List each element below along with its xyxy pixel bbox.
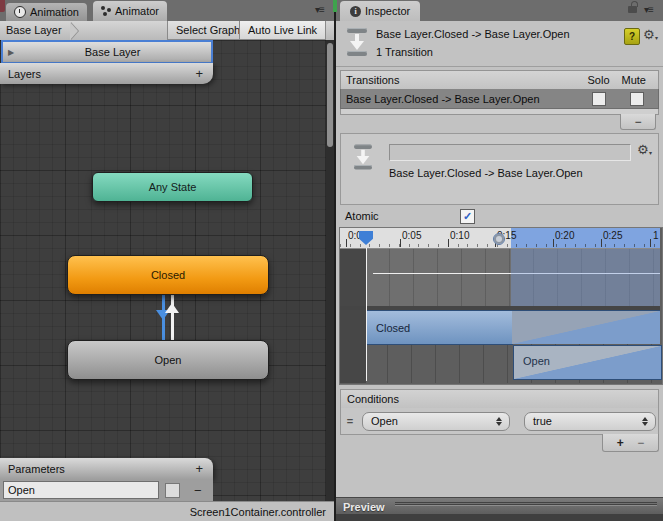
conditions-header: Conditions [340, 389, 659, 409]
docked-tab-sliver [333, 0, 337, 12]
state-node-label: Closed [151, 269, 185, 281]
condition-value-dropdown[interactable]: true [524, 412, 656, 431]
gear-caret-icon: ▾ [649, 149, 652, 156]
auto-live-link-button[interactable]: Auto Live Link [239, 21, 326, 40]
tab-animation-label: Animation [30, 6, 79, 18]
preview-bar[interactable]: Preview [336, 497, 663, 515]
transition-name-field[interactable] [389, 144, 631, 161]
tick-label: 0:10 [450, 230, 469, 241]
graph-scrollbar-thumb[interactable] [327, 43, 333, 147]
dropdown-arrows-icon [638, 417, 652, 426]
playhead-line[interactable] [366, 248, 367, 381]
condition-parameter-value: Open [363, 415, 492, 427]
tab-animator-label: Animator [115, 5, 159, 17]
transition-start-handle[interactable] [493, 233, 505, 245]
atomic-checkbox[interactable] [460, 209, 475, 224]
track-bar-open[interactable]: Open [513, 345, 662, 380]
animator-toolbar: Base Layer Select Graph Auto Live Link [0, 21, 336, 41]
transition-list-row[interactable]: Base Layer.Closed -> Base Layer.Open [340, 89, 659, 109]
parameters-panel-title: Parameters [0, 463, 195, 475]
state-node-any-state[interactable]: Any State [92, 172, 253, 202]
dropdown-arrows-icon [492, 417, 506, 426]
animator-icon [101, 6, 111, 16]
preview-content-area [336, 514, 663, 521]
track-label: Open [523, 355, 550, 367]
track-label: Closed [367, 322, 410, 334]
breadcrumb[interactable]: Base Layer [0, 21, 68, 40]
tick-label: 0:05 [402, 230, 421, 241]
tab-animation[interactable]: Animation [6, 3, 87, 21]
tab-animator[interactable]: Animator [93, 1, 167, 21]
gear-caret-icon: ▾ [655, 34, 658, 41]
state-node-label: Any State [149, 181, 197, 193]
remove-condition-button[interactable]: − [637, 436, 644, 450]
transition-detail-box: ⚙ ▾ Base Layer.Closed -> Base Layer.Open [340, 133, 659, 205]
atomic-label: Atomic [345, 210, 379, 222]
animator-panel: Animation Animator ▾≡ Base Layer Select … [0, 0, 336, 521]
condition-parameter-dropdown[interactable]: Open [362, 412, 510, 431]
inspector-panel: i Inspector ▾≡ Base Layer.Closed -> Base… [336, 0, 663, 521]
transition-region-overlay[interactable] [511, 249, 660, 310]
preview-drag-handle[interactable] [395, 502, 657, 511]
solo-column-label: Solo [588, 74, 622, 86]
gear-icon[interactable]: ⚙ [643, 27, 655, 42]
transitions-list-footer [340, 109, 659, 115]
inspector-header: Base Layer.Closed -> Base Layer.Open 1 T… [336, 21, 663, 67]
pane-menu-icon[interactable]: ▾≡ [644, 4, 653, 15]
pane-menu-icon[interactable]: ▾≡ [315, 4, 324, 15]
playhead-marker[interactable] [359, 231, 373, 245]
state-node-open[interactable]: Open [67, 340, 269, 380]
track-bar-closed[interactable]: Closed [366, 310, 513, 345]
solo-checkbox[interactable] [592, 92, 606, 106]
parameters-panel-header: Parameters + [0, 458, 213, 479]
state-node-closed[interactable]: Closed [67, 255, 269, 295]
inspector-tabbar: i Inspector ▾≡ [336, 0, 663, 22]
timeline-ruler[interactable]: 0:00 0:05 0:10 0:15 0:20 0:25 1 [340, 228, 660, 249]
breadcrumb-chevron-icon [70, 22, 78, 40]
transition-row-label: Base Layer.Closed -> Base Layer.Open [341, 93, 592, 105]
controller-file-name: Screen1Container.controller [190, 506, 336, 518]
condition-row: = Open true [340, 408, 659, 435]
transition-icon [346, 28, 368, 56]
state-node-label: Open [155, 354, 182, 366]
parameter-name-field[interactable]: Open [3, 481, 159, 499]
tab-inspector-label: Inspector [365, 5, 410, 17]
add-layer-button[interactable]: + [195, 66, 213, 81]
transitions-list-header: Transitions Solo Mute [340, 70, 659, 90]
layer-row-base-layer[interactable]: ▶ Base Layer [1, 40, 213, 64]
drag-handle-icon[interactable]: = [341, 415, 359, 427]
add-parameter-button[interactable]: + [195, 461, 213, 476]
lock-icon[interactable] [628, 6, 637, 13]
track-bar-closed-fadeout[interactable] [512, 310, 660, 344]
layer-name: Base Layer [14, 46, 211, 58]
add-condition-button[interactable]: + [617, 436, 624, 450]
layers-panel-header: Layers + [0, 63, 213, 84]
help-icon[interactable]: ? [624, 28, 640, 45]
controller-status-bar: Screen1Container.controller [0, 501, 336, 521]
remove-parameter-button[interactable]: − [194, 483, 202, 498]
parameter-bool-checkbox[interactable] [165, 483, 180, 498]
timeline-left-gutter [340, 249, 366, 383]
expander-triangle-icon[interactable]: ▶ [3, 48, 14, 57]
parameter-row: Open − [0, 479, 213, 501]
transition-arrow-reverse[interactable] [171, 293, 174, 340]
docked-tab-sliver [0, 0, 5, 12]
animator-graph-canvas[interactable]: ▶ Base Layer Layers + Any State Closed O… [0, 40, 336, 521]
select-graph-button[interactable]: Select Graph [167, 21, 249, 40]
tab-inspector[interactable]: i Inspector [340, 1, 420, 21]
gear-icon[interactable]: ⚙ [637, 142, 649, 157]
tick-label: 1 [653, 230, 659, 241]
transitions-title: Transitions [341, 74, 588, 86]
conditions-footer: + − [602, 434, 659, 452]
remove-transition-button[interactable]: − [620, 114, 656, 130]
transition-title: Base Layer.Closed -> Base Layer.Open [376, 28, 570, 40]
conditions-title: Conditions [341, 393, 399, 405]
condition-value: true [525, 415, 638, 427]
preview-title: Preview [336, 501, 385, 513]
unity-editor-window: Animation Animator ▾≡ Base Layer Select … [0, 0, 663, 521]
layers-panel-title: Layers [0, 68, 195, 80]
mute-checkbox[interactable] [630, 92, 644, 106]
transition-timeline[interactable]: 0:00 0:05 0:10 0:15 0:20 0:25 1 Closed O… [339, 227, 663, 385]
tick-label: 0:25 [603, 230, 622, 241]
animator-tabbar: Animation Animator ▾≡ [0, 0, 336, 22]
